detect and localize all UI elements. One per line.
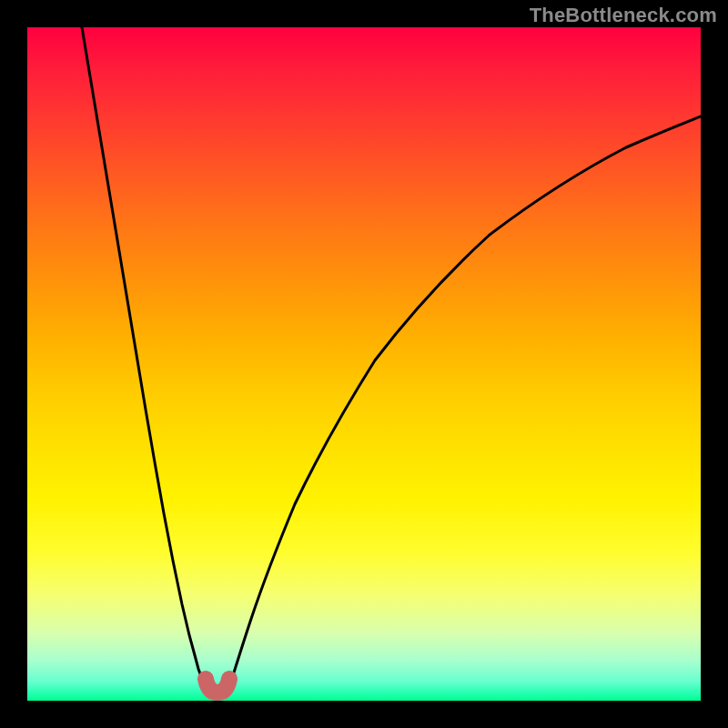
chart-curves-svg (27, 27, 701, 701)
watermark-text: TheBottleneck.com (530, 4, 717, 27)
curve-left-branch (82, 27, 206, 687)
chart-plot-area (27, 27, 701, 701)
vertex-marker (206, 679, 229, 693)
chart-frame: TheBottleneck.com (0, 0, 728, 728)
curve-right-branch (229, 116, 701, 687)
